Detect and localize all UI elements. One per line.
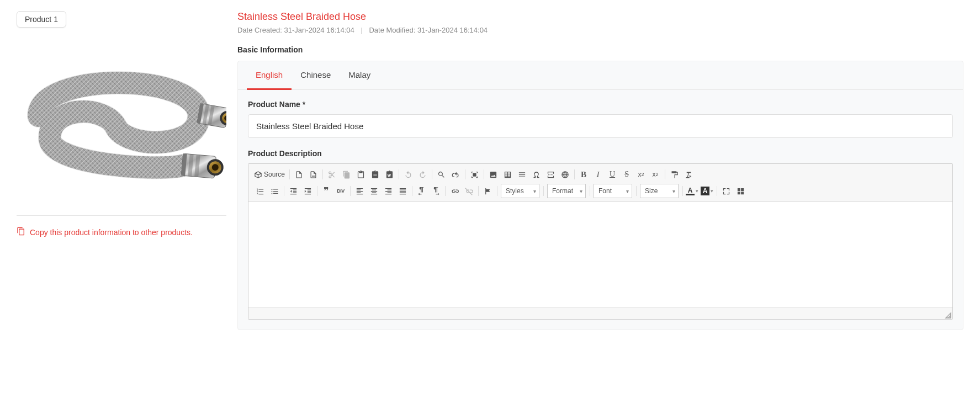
font-select[interactable]: Font xyxy=(594,184,632,198)
remove-format-button[interactable] xyxy=(681,167,696,182)
unlink-button[interactable] xyxy=(462,184,476,198)
editor-body[interactable] xyxy=(248,202,952,307)
outdent-icon xyxy=(289,187,298,195)
tab-chinese[interactable]: Chinese xyxy=(292,61,340,90)
blocks-icon xyxy=(737,187,745,195)
remove-format-icon xyxy=(685,171,693,179)
link-button[interactable] xyxy=(447,184,462,198)
maximize-icon xyxy=(722,187,730,195)
flag-icon xyxy=(484,187,492,195)
align-justify-button[interactable] xyxy=(395,184,410,198)
align-left-button[interactable] xyxy=(352,184,367,198)
templates-button[interactable] xyxy=(306,167,320,182)
section-basic-info: Basic Information xyxy=(237,45,963,54)
paste-word-button[interactable] xyxy=(382,167,396,182)
language-tabs: English Chinese Malay xyxy=(238,61,963,90)
hr-button[interactable] xyxy=(515,167,529,182)
align-left-icon xyxy=(356,187,364,195)
italic-button[interactable]: I xyxy=(591,167,605,182)
align-center-icon xyxy=(370,187,378,195)
link-icon xyxy=(451,187,459,195)
unlink-icon xyxy=(465,187,473,195)
copy-product-link[interactable]: Copy this product information to other p… xyxy=(17,227,226,237)
numbered-list-button[interactable] xyxy=(253,184,267,198)
align-center-button[interactable] xyxy=(367,184,381,198)
subscript-button[interactable]: x2 xyxy=(634,167,648,182)
source-button[interactable]: Source xyxy=(253,167,287,182)
copy-link-label: Copy this product information to other p… xyxy=(30,228,193,237)
image-icon xyxy=(489,171,497,179)
table-button[interactable] xyxy=(500,167,515,182)
bullet-list-button[interactable] xyxy=(267,184,282,198)
image-button[interactable] xyxy=(486,167,500,182)
copy-button[interactable] xyxy=(339,167,353,182)
meta-separator: | xyxy=(361,26,362,34)
copy-format-button[interactable] xyxy=(667,167,681,182)
text-color-button[interactable]: A ▾ xyxy=(685,184,700,198)
page-break-button[interactable] xyxy=(543,167,558,182)
new-page-icon xyxy=(295,171,303,179)
date-created-label: Date Created: xyxy=(237,26,282,34)
iframe-button[interactable] xyxy=(558,167,572,182)
new-page-button[interactable] xyxy=(292,167,306,182)
superscript-button[interactable]: x2 xyxy=(648,167,663,182)
right-column: Stainless Steel Braided Hose Date Create… xyxy=(237,11,963,330)
show-blocks-button[interactable] xyxy=(733,184,748,198)
ltr-button[interactable] xyxy=(414,184,428,198)
format-select[interactable]: Format xyxy=(547,184,586,198)
paste-button[interactable] xyxy=(353,167,368,182)
ltr-icon xyxy=(417,187,426,195)
resize-handle[interactable] xyxy=(945,311,951,318)
find-button[interactable] xyxy=(434,167,448,182)
product-name-input[interactable] xyxy=(248,114,953,138)
size-select[interactable]: Size xyxy=(640,184,679,198)
tab-english[interactable]: English xyxy=(247,61,292,90)
strike-button[interactable]: S xyxy=(619,167,634,182)
select-all-icon xyxy=(470,171,479,179)
select-all-button[interactable] xyxy=(467,167,481,182)
templates-icon xyxy=(309,171,317,179)
ul-icon xyxy=(271,187,279,195)
outdent-button[interactable] xyxy=(286,184,300,198)
editor-toolbar: Source xyxy=(248,164,952,202)
cut-button[interactable] xyxy=(325,167,339,182)
anchor-button[interactable] xyxy=(480,184,495,198)
omega-icon xyxy=(532,171,541,179)
product-name-label: Product Name * xyxy=(248,100,953,109)
paste-icon xyxy=(357,171,365,179)
rtl-button[interactable] xyxy=(428,184,443,198)
paint-roller-icon xyxy=(670,171,679,179)
undo-icon xyxy=(404,171,412,179)
replace-button[interactable] xyxy=(448,167,463,182)
bold-button[interactable]: B xyxy=(576,167,591,182)
source-icon xyxy=(254,171,262,179)
form-panel: English Chinese Malay Product Name * Pro… xyxy=(237,61,963,330)
globe-icon xyxy=(561,171,569,179)
indent-button[interactable] xyxy=(300,184,315,198)
blockquote-button[interactable]: ❞ xyxy=(319,184,333,198)
tab-malay[interactable]: Malay xyxy=(340,61,379,90)
table-icon xyxy=(504,171,512,179)
rich-text-editor: Source xyxy=(248,163,953,320)
date-modified-value: 31-Jan-2024 16:14:04 xyxy=(417,26,488,34)
hr-icon xyxy=(518,171,526,179)
redo-button[interactable] xyxy=(415,167,430,182)
maximize-button[interactable] xyxy=(719,184,733,198)
bg-color-icon: A xyxy=(701,187,709,195)
align-right-button[interactable] xyxy=(381,184,395,198)
editor-footer xyxy=(248,307,952,319)
product-tab[interactable]: Product 1 xyxy=(17,11,66,28)
product-image xyxy=(17,39,226,204)
paste-text-button[interactable] xyxy=(368,167,382,182)
align-right-icon xyxy=(384,187,393,195)
undo-button[interactable] xyxy=(401,167,415,182)
indent-icon xyxy=(304,187,312,195)
underline-button[interactable]: U xyxy=(605,167,619,182)
styles-select[interactable]: Styles xyxy=(501,184,539,198)
product-description-label: Product Description xyxy=(248,149,953,158)
paste-word-icon xyxy=(385,171,394,179)
special-char-button[interactable] xyxy=(529,167,543,182)
bg-color-button[interactable]: A ▾ xyxy=(700,184,714,198)
div-button[interactable]: DIV xyxy=(333,184,348,198)
left-column: Product 1 xyxy=(17,11,226,330)
